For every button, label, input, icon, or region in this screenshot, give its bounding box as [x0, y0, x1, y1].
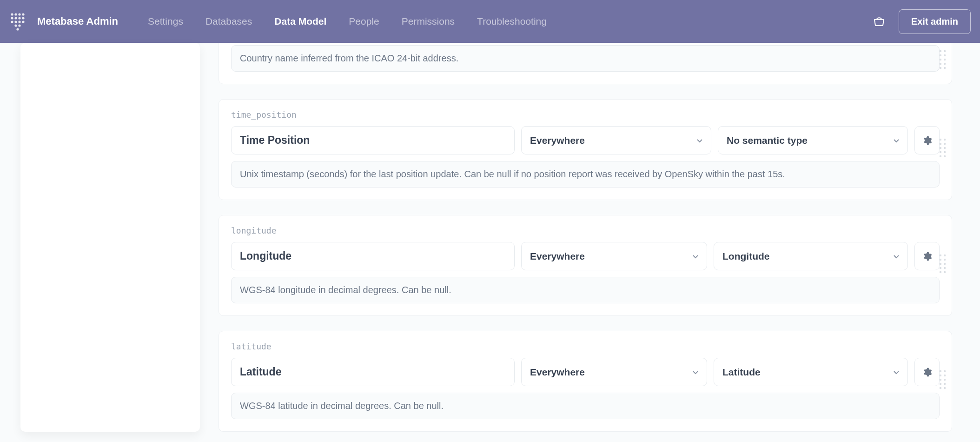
chevron-down-icon: [893, 368, 900, 376]
visibility-value: Everywhere: [530, 367, 585, 378]
semantic-type-select[interactable]: Latitude: [714, 358, 908, 386]
visibility-select[interactable]: Everywhere: [521, 242, 707, 270]
svg-point-4: [11, 17, 13, 19]
field-display-name-input[interactable]: [231, 358, 515, 386]
svg-point-0: [11, 13, 13, 15]
gear-icon: [922, 135, 932, 146]
field-card: longitude Everywhere Longitude: [219, 215, 952, 316]
nav-permissions[interactable]: Permissions: [391, 0, 466, 43]
visibility-select[interactable]: Everywhere: [521, 126, 711, 154]
svg-point-9: [14, 20, 17, 23]
gear-icon: [922, 251, 932, 261]
field-description[interactable]: WGS-84 latitude in decimal degrees. Can …: [231, 393, 940, 419]
svg-point-5: [14, 17, 17, 19]
nav-settings[interactable]: Settings: [137, 0, 194, 43]
chevron-down-icon: [893, 253, 900, 260]
svg-point-2: [18, 13, 20, 15]
fields-list: Country name inferred from the ICAO 24-b…: [200, 43, 980, 442]
drag-handle-icon[interactable]: [940, 370, 948, 393]
store-icon[interactable]: [873, 15, 886, 28]
field-card: Country name inferred from the ICAO 24-b…: [219, 43, 952, 84]
column-name: longitude: [231, 226, 940, 235]
chevron-down-icon: [692, 253, 699, 260]
svg-point-14: [16, 28, 19, 30]
drag-handle-icon[interactable]: [940, 50, 948, 73]
svg-point-1: [14, 13, 17, 15]
field-card: latitude Everywhere Latitude: [219, 331, 952, 432]
brand-title: Metabase Admin: [37, 15, 118, 27]
visibility-value: Everywhere: [530, 135, 585, 146]
semantic-type-select[interactable]: Longitude: [714, 242, 908, 270]
nav-people[interactable]: People: [338, 0, 390, 43]
svg-point-7: [22, 17, 24, 19]
metabase-logo-icon: [9, 12, 27, 31]
visibility-value: Everywhere: [530, 251, 585, 262]
nav-troubleshooting[interactable]: Troubleshooting: [466, 0, 558, 43]
svg-point-8: [11, 20, 13, 23]
column-name: time_position: [231, 110, 940, 120]
chevron-down-icon: [692, 368, 699, 376]
visibility-select[interactable]: Everywhere: [521, 358, 707, 386]
semantic-type-value: No semantic type: [727, 135, 808, 146]
gear-icon: [922, 367, 932, 377]
field-display-name-input[interactable]: [231, 242, 515, 270]
semantic-type-select[interactable]: No semantic type: [718, 126, 908, 154]
chevron-down-icon: [696, 137, 703, 144]
field-settings-button[interactable]: [914, 126, 940, 154]
field-settings-button[interactable]: [914, 358, 940, 386]
svg-point-13: [18, 24, 20, 27]
field-description[interactable]: Unix timestamp (seconds) for the last po…: [231, 161, 940, 188]
field-description[interactable]: Country name inferred from the ICAO 24-b…: [231, 45, 940, 72]
semantic-type-value: Latitude: [722, 367, 761, 378]
semantic-type-value: Longitude: [722, 251, 769, 262]
field-card: time_position Everywhere No semantic typ…: [219, 99, 952, 200]
svg-point-10: [18, 20, 20, 23]
field-display-name-input[interactable]: [231, 126, 515, 154]
field-description[interactable]: WGS-84 longitude in decimal degrees. Can…: [231, 277, 940, 303]
svg-point-3: [22, 13, 24, 15]
column-name: latitude: [231, 342, 940, 351]
sidebar-panel: [20, 43, 200, 432]
exit-admin-button[interactable]: Exit admin: [899, 9, 971, 34]
admin-topbar: Metabase Admin Settings Databases Data M…: [0, 0, 980, 43]
drag-handle-icon[interactable]: [940, 254, 948, 277]
nav-data-model[interactable]: Data Model: [263, 0, 338, 43]
chevron-down-icon: [893, 137, 900, 144]
admin-nav: Settings Databases Data Model People Per…: [137, 0, 558, 43]
nav-databases[interactable]: Databases: [194, 0, 263, 43]
svg-point-12: [14, 24, 17, 27]
svg-point-6: [18, 17, 20, 19]
field-settings-button[interactable]: [914, 242, 940, 270]
drag-handle-icon[interactable]: [940, 139, 948, 161]
svg-point-11: [22, 20, 24, 23]
sidebar: [0, 43, 200, 442]
